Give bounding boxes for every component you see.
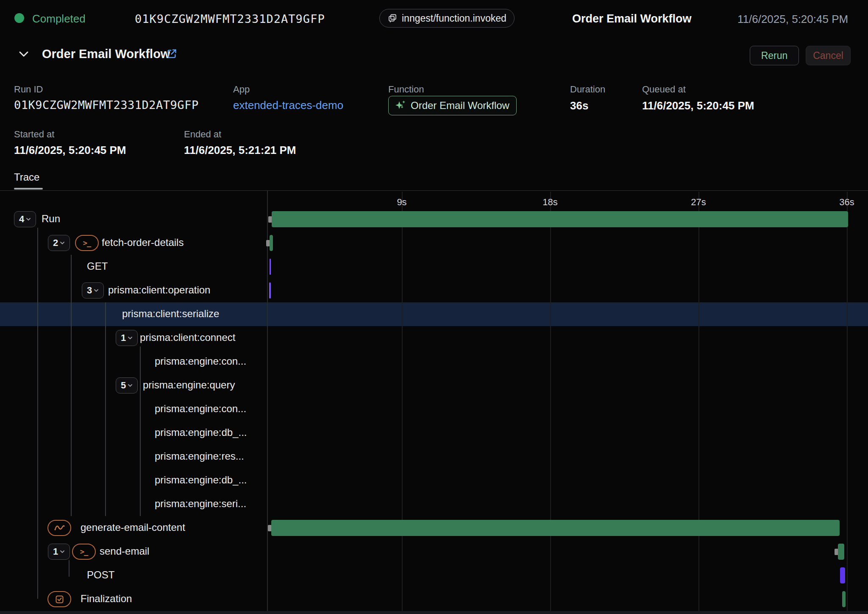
trace-row[interactable]: prisma:engine:seri... xyxy=(0,492,868,516)
check-icon xyxy=(47,591,71,607)
terminal-icon: >_ xyxy=(75,235,99,251)
trace-row[interactable]: 5prisma:engine:query xyxy=(0,374,868,397)
trace-row[interactable]: POST xyxy=(0,564,868,587)
trace-row[interactable]: prisma:engine:db_... xyxy=(0,421,868,445)
trace-row-label: prisma:client:connect xyxy=(140,332,235,343)
span-duration-bar[interactable] xyxy=(840,567,845,583)
trace-row-label: Finalization xyxy=(81,593,132,605)
trace-row[interactable]: 4Run xyxy=(0,207,868,231)
span-duration-bar[interactable] xyxy=(838,544,844,560)
span-count-toggle[interactable]: 5 xyxy=(116,377,138,394)
trace-row-label: generate-email-content xyxy=(81,522,185,533)
horizontal-scrollbar[interactable] xyxy=(0,611,868,614)
span-duration-bar[interactable] xyxy=(271,520,840,536)
trace-row-label: prisma:engine:db_... xyxy=(155,474,247,486)
trace-row[interactable]: prisma:engine:db_... xyxy=(0,469,868,492)
span-duration-bar[interactable] xyxy=(842,591,846,607)
span-duration-bar[interactable] xyxy=(269,282,271,299)
trace-row-label: prisma:client:serialize xyxy=(122,308,219,320)
span-count-toggle[interactable]: 1 xyxy=(116,330,138,346)
span-count-toggle[interactable]: 3 xyxy=(82,282,104,299)
span-duration-bar[interactable] xyxy=(270,235,273,251)
trace-row-label: fetch-order-details xyxy=(102,237,184,248)
trace-row-label: send-email xyxy=(100,545,149,557)
axis-tick-label: 36s xyxy=(839,197,854,208)
ai-icon xyxy=(47,520,71,536)
trace-row-label: prisma:engine:query xyxy=(143,379,235,391)
trace-row[interactable]: GET xyxy=(0,255,868,279)
trace-row[interactable]: prisma:engine:con... xyxy=(0,350,868,374)
trace-row[interactable]: Finalization xyxy=(0,587,868,611)
trace-row-label: GET xyxy=(87,260,108,272)
run-details-page: Completed 01K9CZGW2MWFMT2331D2AT9GFP inn… xyxy=(0,0,868,614)
span-count-toggle[interactable]: 4 xyxy=(14,211,36,227)
span-duration-bar[interactable] xyxy=(270,259,271,275)
span-duration-bar[interactable] xyxy=(272,211,848,227)
trace-row-label: Run xyxy=(42,213,60,225)
trace-row-label: POST xyxy=(87,569,114,581)
trace-row-label: prisma:client:operation xyxy=(108,284,210,296)
trace-row[interactable]: 1>_send-email xyxy=(0,540,868,564)
trace-row-label: prisma:engine:db_... xyxy=(155,427,247,438)
span-count-toggle[interactable]: 2 xyxy=(48,235,70,251)
span-count-toggle[interactable]: 1 xyxy=(48,544,70,560)
trace-row[interactable]: 1prisma:client:connect xyxy=(0,326,868,350)
trace-row-label: prisma:engine:seri... xyxy=(155,498,246,510)
trace-row[interactable]: 3prisma:client:operation xyxy=(0,279,868,302)
trace-waterfall: 9s18s27s36s4Run2>_fetch-order-detailsGET… xyxy=(0,0,868,614)
trace-row-label: prisma:engine:con... xyxy=(155,403,246,415)
axis-tick-label: 27s xyxy=(691,197,706,208)
trace-row-label: prisma:engine:res... xyxy=(155,450,244,462)
terminal-icon: >_ xyxy=(72,544,96,560)
axis-tick-label: 9s xyxy=(397,197,406,208)
trace-row[interactable]: prisma:engine:res... xyxy=(0,445,868,469)
trace-row[interactable]: prisma:client:serialize xyxy=(0,302,868,326)
trace-row[interactable]: generate-email-content xyxy=(0,516,868,540)
trace-row[interactable]: 2>_fetch-order-details xyxy=(0,231,868,255)
trace-row-label: prisma:engine:con... xyxy=(155,355,246,367)
trace-row[interactable]: prisma:engine:con... xyxy=(0,397,868,421)
axis-tick-label: 18s xyxy=(542,197,557,208)
